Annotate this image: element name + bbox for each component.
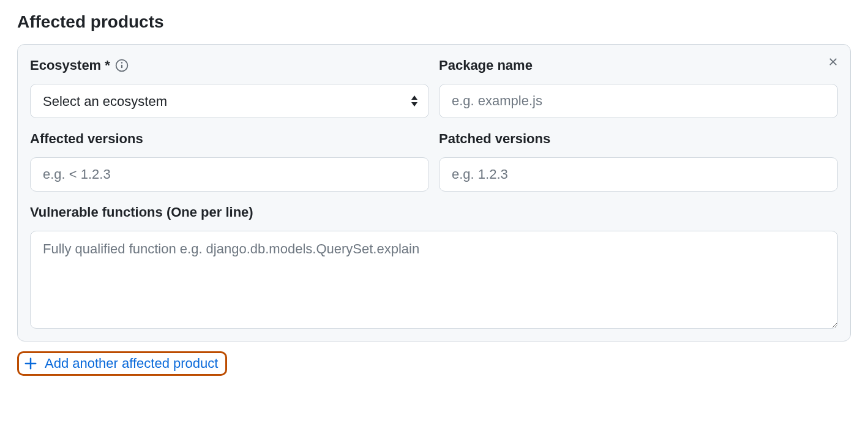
package-name-group: Package name: [439, 57, 838, 118]
section-title: Affected products: [17, 12, 851, 32]
svg-point-2: [121, 62, 122, 63]
affected-versions-input[interactable]: [30, 157, 429, 192]
ecosystem-group: Ecosystem * Select an ecosystem: [30, 57, 429, 118]
info-icon[interactable]: [115, 59, 129, 72]
vulnerable-functions-group: Vulnerable functions (One per line): [30, 204, 838, 329]
patched-versions-group: Patched versions: [439, 130, 838, 192]
patched-versions-input[interactable]: [439, 157, 838, 192]
ecosystem-select[interactable]: Select an ecosystem: [30, 84, 429, 118]
ecosystem-label: Ecosystem *: [30, 58, 110, 73]
package-name-input[interactable]: [439, 84, 838, 118]
affected-versions-group: Affected versions: [30, 130, 429, 192]
close-button[interactable]: [825, 53, 842, 72]
patched-versions-label: Patched versions: [439, 131, 550, 147]
plus-icon: [24, 357, 37, 370]
add-product-highlight: Add another affected product: [17, 351, 227, 376]
add-product-label: Add another affected product: [45, 356, 218, 371]
affected-product-card: Ecosystem * Select an ecosystem Package …: [17, 44, 851, 342]
close-icon: [827, 56, 839, 70]
vulnerable-functions-label: Vulnerable functions (One per line): [30, 204, 253, 220]
affected-versions-label: Affected versions: [30, 131, 143, 147]
vulnerable-functions-textarea[interactable]: [30, 231, 838, 329]
package-name-label: Package name: [439, 58, 533, 73]
add-affected-product-button[interactable]: Add another affected product: [24, 356, 218, 371]
